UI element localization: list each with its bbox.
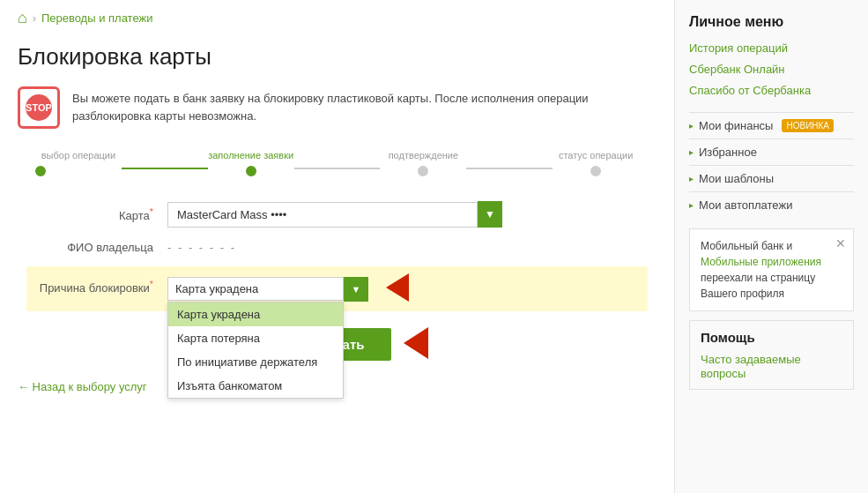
form-section: Карта* MasterCard Mass •••• ▼ ФИО владел… <box>18 201 657 362</box>
block-arrow-indicator <box>404 327 428 362</box>
sidebar-item-finances-label: Мои финансы <box>699 119 773 132</box>
reason-label: Причина блокировки* <box>26 273 167 295</box>
breadcrumb-separator: › <box>33 12 36 25</box>
chevron-icon-templates: ▸ <box>689 174 694 183</box>
reason-control: Карта украдена ▼ Карта украдена Карта по… <box>167 273 502 304</box>
notification-link[interactable]: Мобильные приложения <box>701 256 821 268</box>
breadcrumb-link[interactable]: Переводы и платежи <box>41 11 153 25</box>
sidebar: Личное меню История операций Сбербанк Он… <box>674 0 868 493</box>
step-line-3 <box>466 168 553 169</box>
reason-selected-value: Карта украдена <box>175 282 258 295</box>
owner-control: - - - - - - - <box>167 240 502 254</box>
step-4: статус операции <box>553 150 639 176</box>
info-text: Вы можете подать в банк заявку на блокир… <box>72 86 657 124</box>
notification-text-1: Мобильный банк <box>701 240 783 252</box>
step-4-label: статус операции <box>559 150 633 161</box>
sidebar-item-templates-label: Мои шаблоны <box>699 172 774 185</box>
sidebar-item-templates[interactable]: ▸ Мои шаблоны <box>689 165 854 191</box>
stop-icon: STOP <box>26 94 52 121</box>
step-line-1 <box>122 168 208 169</box>
chevron-icon-favorites: ▸ <box>689 147 694 157</box>
sidebar-item-favorites-label: Избранное <box>699 146 757 159</box>
reason-row: Причина блокировки* Карта украдена ▼ <box>26 266 648 311</box>
step-2: заполнение заявки <box>208 150 294 176</box>
sidebar-item-autopayments-label: Мои автоплатежи <box>699 198 792 212</box>
help-box: Помощь Часто задаваемые вопросы <box>689 320 854 390</box>
sidebar-link-history[interactable]: История операций <box>689 41 854 56</box>
reason-option-1[interactable]: Карта потеряна <box>168 326 343 350</box>
step-3-label: подтверждение <box>389 150 458 161</box>
sidebar-item-favorites[interactable]: ▸ Избранное <box>689 138 854 165</box>
notification-text-2: и <box>786 240 792 252</box>
notification-box: ✕ Мобильный банк и Мобильные приложения … <box>689 228 854 311</box>
owner-label: ФИО владельца <box>26 241 167 254</box>
page-title: Блокировка карты <box>18 43 657 71</box>
card-label: Карта* <box>26 206 167 222</box>
reason-dropdown: Карта украдена Карта потеряна По инициат… <box>167 302 344 399</box>
step-1-label: выбор операции <box>41 150 115 161</box>
sidebar-links-section: История операций Сбербанк Онлайн Спасибо… <box>689 41 854 100</box>
step-2-dot <box>246 166 256 176</box>
card-dropdown-button[interactable]: ▼ <box>478 201 502 228</box>
reason-option-2[interactable]: По инициативе держателя <box>168 350 343 374</box>
chevron-icon-autopayments: ▸ <box>689 200 694 210</box>
notification-close-button[interactable]: ✕ <box>835 235 846 253</box>
reason-select-wrapper: Карта украдена ▼ Карта украдена Карта по… <box>167 277 368 302</box>
card-select-wrapper: MasterCard Mass •••• ▼ <box>167 201 502 228</box>
step-1: выбор операции <box>35 150 122 176</box>
stop-icon-container: STOP <box>18 86 60 129</box>
notification-text-4: переехали на страницу Вашего профиля <box>701 272 815 300</box>
owner-row: ФИО владельца - - - - - - - <box>26 240 648 254</box>
sidebar-badge-new: НОВИНКА <box>782 119 834 132</box>
step-1-dot <box>35 166 46 176</box>
step-2-label: заполнение заявки <box>208 150 293 161</box>
breadcrumb: ⌂ › Переводы и платежи <box>18 9 657 27</box>
step-3: подтверждение <box>380 150 466 176</box>
home-icon[interactable]: ⌂ <box>18 9 27 27</box>
sidebar-title: Личное меню <box>689 14 854 30</box>
info-block: STOP Вы можете подать в банк заявку на б… <box>18 86 657 129</box>
back-link[interactable]: ← Назад к выбору услуг <box>18 380 147 393</box>
help-faq-link[interactable]: Часто задаваемые вопросы <box>701 353 801 380</box>
sidebar-menu: ▸ Мои финансы НОВИНКА ▸ Избранное ▸ Мои … <box>689 112 854 218</box>
card-select-box: MasterCard Mass •••• <box>167 202 478 228</box>
reason-option-0[interactable]: Карта украдена <box>168 303 343 326</box>
reason-dropdown-button[interactable]: ▼ <box>344 277 368 302</box>
steps-bar: выбор операции заполнение заявки подтвер… <box>18 150 657 176</box>
card-row: Карта* MasterCard Mass •••• ▼ <box>26 201 648 228</box>
help-title: Помощь <box>701 330 842 345</box>
sidebar-link-spasibo[interactable]: Спасибо от Сбербанка <box>689 83 854 99</box>
sidebar-link-sberbank-online[interactable]: Сбербанк Онлайн <box>689 62 854 78</box>
chevron-icon-finances: ▸ <box>689 121 694 131</box>
reason-arrow-indicator <box>386 273 409 304</box>
card-control: MasterCard Mass •••• ▼ <box>167 201 502 228</box>
card-value: MasterCard Mass •••• <box>177 208 286 221</box>
owner-value: - - - - - - - <box>167 237 236 258</box>
step-4-dot <box>590 166 601 176</box>
step-line-2 <box>294 168 381 169</box>
sidebar-item-autopayments[interactable]: ▸ Мои автоплатежи <box>689 191 854 218</box>
sidebar-item-my-finances[interactable]: ▸ Мои финансы НОВИНКА <box>689 112 854 138</box>
reason-select-box[interactable]: Карта украдена <box>167 277 344 301</box>
reason-option-3[interactable]: Изъята банкоматом <box>168 374 343 398</box>
step-3-dot <box>418 166 428 176</box>
